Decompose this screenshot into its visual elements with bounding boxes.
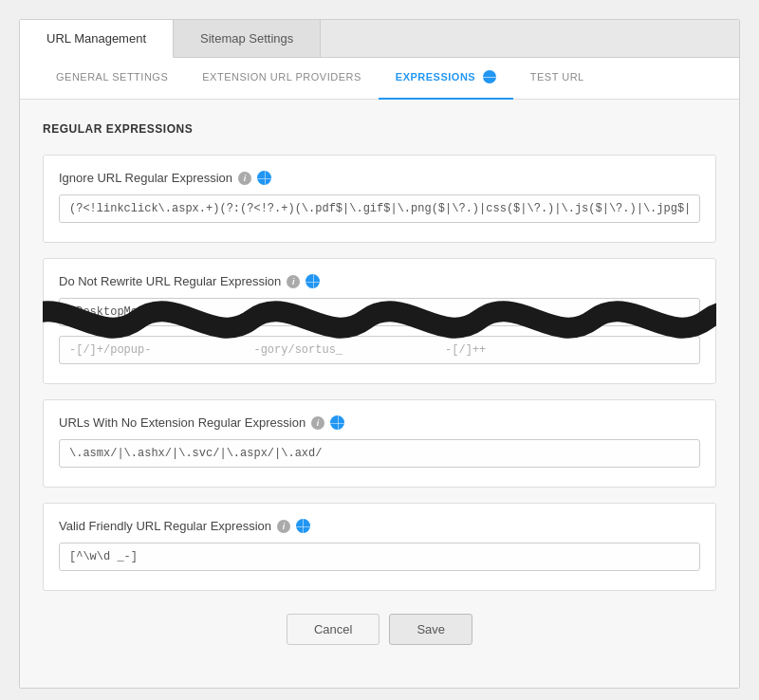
sub-nav-expressions[interactable]: EXPRESSIONS [379, 58, 513, 100]
save-button[interactable]: Save [389, 614, 472, 645]
card-do-not-rewrite: Do Not Rewrite URL Regular Expression i [43, 258, 716, 384]
do-not-rewrite-globe-btn[interactable] [305, 274, 320, 288]
valid-friendly-info-icon[interactable]: i [277, 520, 290, 533]
ignore-url-globe-btn[interactable] [257, 171, 271, 185]
card-valid-friendly: Valid Friendly URL Regular Expression i [43, 503, 716, 591]
expressions-globe-icon [483, 70, 496, 83]
do-not-rewrite-info-icon[interactable]: i [287, 275, 300, 288]
sub-nav: GENERAL SETTINGS EXTENSION URL PROVIDERS… [20, 58, 739, 100]
ignore-url-input[interactable] [59, 194, 700, 223]
card-no-extension: URLs With No Extension Regular Expressio… [43, 399, 716, 488]
do-not-rewrite-input[interactable] [59, 298, 700, 326]
card-no-extension-label: URLs With No Extension Regular Expressio… [59, 415, 700, 430]
card-ignore-url: Ignore URL Regular Expression i [43, 155, 716, 243]
button-row: Cancel Save [43, 614, 716, 645]
no-extension-info-icon[interactable]: i [311, 416, 324, 430]
cancel-button[interactable]: Cancel [287, 614, 380, 645]
wavy-section: Do Not Rewrite URL Regular Expression i [43, 258, 716, 384]
card-do-not-rewrite-label: Do Not Rewrite URL Regular Expression i [59, 274, 700, 288]
card-ignore-url-label: Ignore URL Regular Expression i [59, 171, 700, 185]
content-area: REGULAR EXPRESSIONS Ignore URL Regular E… [20, 100, 739, 688]
ignore-url-info-icon[interactable]: i [238, 172, 251, 185]
sub-nav-test-url[interactable]: TEST URL [513, 58, 602, 100]
no-extension-globe-btn[interactable] [330, 415, 344, 430]
page-wrapper: URL Management Sitemap Settings GENERAL … [19, 19, 740, 689]
no-extension-input[interactable] [59, 439, 700, 468]
valid-friendly-input[interactable] [59, 543, 700, 571]
section-title: REGULAR EXPRESSIONS [43, 122, 716, 136]
tab-sitemap-settings[interactable]: Sitemap Settings [174, 20, 321, 57]
valid-friendly-globe-btn[interactable] [296, 519, 310, 533]
top-tabs: URL Management Sitemap Settings [20, 20, 739, 58]
do-not-rewrite-input-2[interactable] [59, 336, 700, 364]
tab-url-management[interactable]: URL Management [20, 20, 174, 58]
sub-nav-general-settings[interactable]: GENERAL SETTINGS [39, 58, 185, 100]
sub-nav-extension-url-providers[interactable]: EXTENSION URL PROVIDERS [185, 58, 379, 100]
card-valid-friendly-label: Valid Friendly URL Regular Expression i [59, 519, 700, 533]
